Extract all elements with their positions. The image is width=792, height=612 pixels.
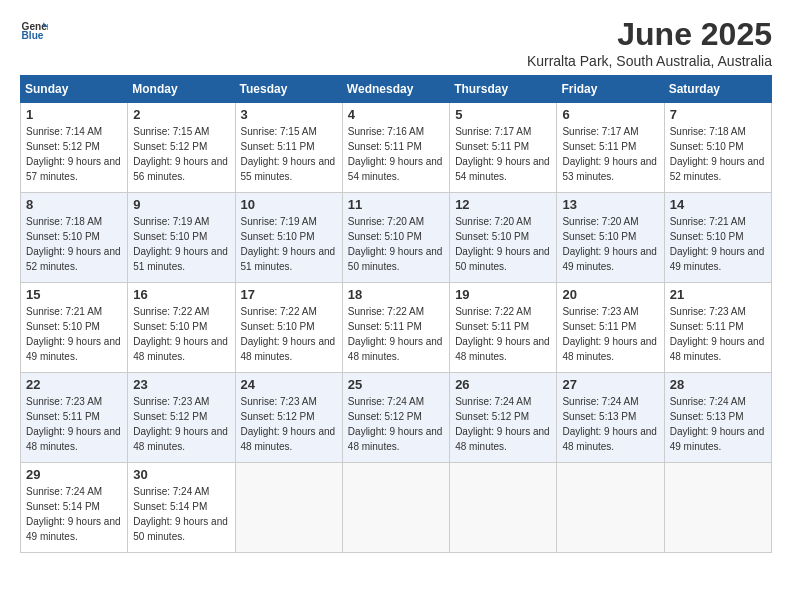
calendar-cell: 14 Sunrise: 7:21 AM Sunset: 5:10 PM Dayl… [664,193,771,283]
calendar-cell: 21 Sunrise: 7:23 AM Sunset: 5:11 PM Dayl… [664,283,771,373]
calendar-cell: 3 Sunrise: 7:15 AM Sunset: 5:11 PM Dayli… [235,103,342,193]
location: Kurralta Park, South Australia, Australi… [527,53,772,69]
col-header-tuesday: Tuesday [235,76,342,103]
col-header-saturday: Saturday [664,76,771,103]
calendar-cell: 28 Sunrise: 7:24 AM Sunset: 5:13 PM Dayl… [664,373,771,463]
page-header: General Blue June 2025 Kurralta Park, So… [20,16,772,69]
day-number: 19 [455,287,551,302]
calendar-cell: 15 Sunrise: 7:21 AM Sunset: 5:10 PM Dayl… [21,283,128,373]
calendar-cell: 29 Sunrise: 7:24 AM Sunset: 5:14 PM Dayl… [21,463,128,553]
calendar-cell: 7 Sunrise: 7:18 AM Sunset: 5:10 PM Dayli… [664,103,771,193]
col-header-monday: Monday [128,76,235,103]
calendar-cell [235,463,342,553]
day-number: 17 [241,287,337,302]
calendar-week-row: 8 Sunrise: 7:18 AM Sunset: 5:10 PM Dayli… [21,193,772,283]
day-info: Sunrise: 7:20 AM Sunset: 5:10 PM Dayligh… [455,214,551,274]
calendar-cell: 30 Sunrise: 7:24 AM Sunset: 5:14 PM Dayl… [128,463,235,553]
day-info: Sunrise: 7:17 AM Sunset: 5:11 PM Dayligh… [455,124,551,184]
logo-icon: General Blue [20,16,48,44]
day-number: 10 [241,197,337,212]
calendar-cell: 20 Sunrise: 7:23 AM Sunset: 5:11 PM Dayl… [557,283,664,373]
day-number: 22 [26,377,122,392]
day-info: Sunrise: 7:23 AM Sunset: 5:12 PM Dayligh… [241,394,337,454]
calendar-week-row: 22 Sunrise: 7:23 AM Sunset: 5:11 PM Dayl… [21,373,772,463]
day-info: Sunrise: 7:24 AM Sunset: 5:12 PM Dayligh… [455,394,551,454]
day-number: 5 [455,107,551,122]
day-number: 15 [26,287,122,302]
day-number: 24 [241,377,337,392]
day-number: 13 [562,197,658,212]
day-info: Sunrise: 7:22 AM Sunset: 5:11 PM Dayligh… [348,304,444,364]
col-header-thursday: Thursday [450,76,557,103]
calendar-cell: 13 Sunrise: 7:20 AM Sunset: 5:10 PM Dayl… [557,193,664,283]
day-info: Sunrise: 7:22 AM Sunset: 5:10 PM Dayligh… [241,304,337,364]
calendar-cell: 23 Sunrise: 7:23 AM Sunset: 5:12 PM Dayl… [128,373,235,463]
calendar-cell: 1 Sunrise: 7:14 AM Sunset: 5:12 PM Dayli… [21,103,128,193]
day-number: 9 [133,197,229,212]
day-info: Sunrise: 7:23 AM Sunset: 5:12 PM Dayligh… [133,394,229,454]
day-number: 25 [348,377,444,392]
day-info: Sunrise: 7:24 AM Sunset: 5:14 PM Dayligh… [26,484,122,544]
calendar-cell: 12 Sunrise: 7:20 AM Sunset: 5:10 PM Dayl… [450,193,557,283]
calendar-cell: 4 Sunrise: 7:16 AM Sunset: 5:11 PM Dayli… [342,103,449,193]
day-info: Sunrise: 7:23 AM Sunset: 5:11 PM Dayligh… [670,304,766,364]
calendar-week-row: 15 Sunrise: 7:21 AM Sunset: 5:10 PM Dayl… [21,283,772,373]
day-info: Sunrise: 7:23 AM Sunset: 5:11 PM Dayligh… [26,394,122,454]
calendar-cell [342,463,449,553]
day-info: Sunrise: 7:22 AM Sunset: 5:11 PM Dayligh… [455,304,551,364]
calendar-cell: 2 Sunrise: 7:15 AM Sunset: 5:12 PM Dayli… [128,103,235,193]
calendar-week-row: 1 Sunrise: 7:14 AM Sunset: 5:12 PM Dayli… [21,103,772,193]
calendar-table: SundayMondayTuesdayWednesdayThursdayFrid… [20,75,772,553]
day-number: 21 [670,287,766,302]
day-number: 4 [348,107,444,122]
calendar-cell: 17 Sunrise: 7:22 AM Sunset: 5:10 PM Dayl… [235,283,342,373]
calendar-cell: 25 Sunrise: 7:24 AM Sunset: 5:12 PM Dayl… [342,373,449,463]
day-number: 27 [562,377,658,392]
calendar-cell: 24 Sunrise: 7:23 AM Sunset: 5:12 PM Dayl… [235,373,342,463]
day-info: Sunrise: 7:24 AM Sunset: 5:13 PM Dayligh… [562,394,658,454]
day-number: 26 [455,377,551,392]
day-number: 11 [348,197,444,212]
calendar-cell: 10 Sunrise: 7:19 AM Sunset: 5:10 PM Dayl… [235,193,342,283]
calendar-cell: 19 Sunrise: 7:22 AM Sunset: 5:11 PM Dayl… [450,283,557,373]
day-number: 6 [562,107,658,122]
day-info: Sunrise: 7:18 AM Sunset: 5:10 PM Dayligh… [670,124,766,184]
day-number: 12 [455,197,551,212]
calendar-cell: 5 Sunrise: 7:17 AM Sunset: 5:11 PM Dayli… [450,103,557,193]
day-info: Sunrise: 7:18 AM Sunset: 5:10 PM Dayligh… [26,214,122,274]
calendar-cell [450,463,557,553]
day-info: Sunrise: 7:17 AM Sunset: 5:11 PM Dayligh… [562,124,658,184]
calendar-cell: 9 Sunrise: 7:19 AM Sunset: 5:10 PM Dayli… [128,193,235,283]
day-number: 29 [26,467,122,482]
day-number: 7 [670,107,766,122]
calendar-cell: 8 Sunrise: 7:18 AM Sunset: 5:10 PM Dayli… [21,193,128,283]
day-info: Sunrise: 7:24 AM Sunset: 5:12 PM Dayligh… [348,394,444,454]
day-number: 28 [670,377,766,392]
day-info: Sunrise: 7:19 AM Sunset: 5:10 PM Dayligh… [241,214,337,274]
day-info: Sunrise: 7:19 AM Sunset: 5:10 PM Dayligh… [133,214,229,274]
col-header-sunday: Sunday [21,76,128,103]
day-info: Sunrise: 7:15 AM Sunset: 5:12 PM Dayligh… [133,124,229,184]
calendar-cell: 22 Sunrise: 7:23 AM Sunset: 5:11 PM Dayl… [21,373,128,463]
day-number: 20 [562,287,658,302]
day-info: Sunrise: 7:21 AM Sunset: 5:10 PM Dayligh… [670,214,766,274]
day-number: 2 [133,107,229,122]
calendar-cell: 18 Sunrise: 7:22 AM Sunset: 5:11 PM Dayl… [342,283,449,373]
day-info: Sunrise: 7:14 AM Sunset: 5:12 PM Dayligh… [26,124,122,184]
logo: General Blue [20,16,48,44]
day-info: Sunrise: 7:23 AM Sunset: 5:11 PM Dayligh… [562,304,658,364]
day-info: Sunrise: 7:21 AM Sunset: 5:10 PM Dayligh… [26,304,122,364]
svg-text:Blue: Blue [22,30,44,41]
calendar-cell [664,463,771,553]
day-info: Sunrise: 7:15 AM Sunset: 5:11 PM Dayligh… [241,124,337,184]
calendar-header-row: SundayMondayTuesdayWednesdayThursdayFrid… [21,76,772,103]
calendar-cell: 27 Sunrise: 7:24 AM Sunset: 5:13 PM Dayl… [557,373,664,463]
day-number: 18 [348,287,444,302]
day-number: 8 [26,197,122,212]
day-info: Sunrise: 7:20 AM Sunset: 5:10 PM Dayligh… [562,214,658,274]
day-number: 14 [670,197,766,212]
day-info: Sunrise: 7:24 AM Sunset: 5:13 PM Dayligh… [670,394,766,454]
day-number: 16 [133,287,229,302]
day-number: 30 [133,467,229,482]
calendar-cell: 16 Sunrise: 7:22 AM Sunset: 5:10 PM Dayl… [128,283,235,373]
